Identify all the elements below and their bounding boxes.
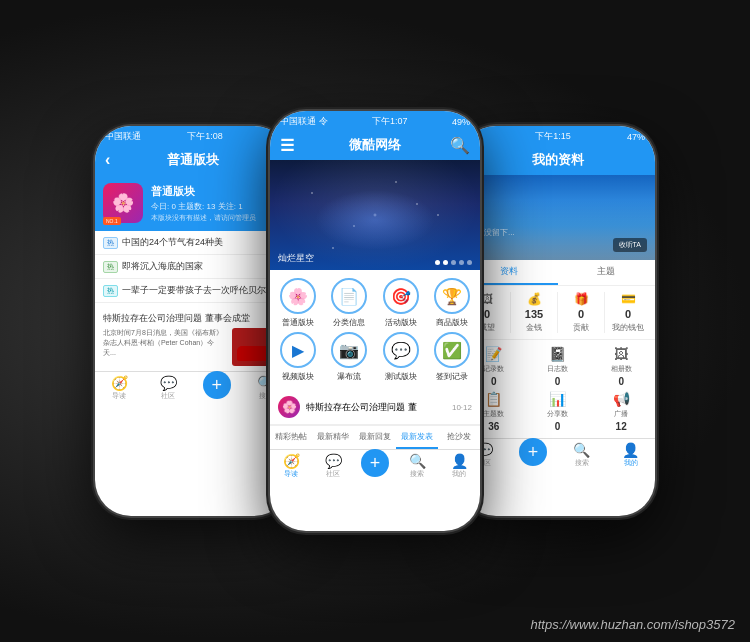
tab-recent-post[interactable]: 最新发表 — [396, 426, 438, 449]
tab-recent-reply[interactable]: 最新回复 — [354, 426, 396, 449]
mine-icon: 👤 — [451, 454, 468, 468]
nav-item-add-center[interactable]: + — [354, 454, 396, 479]
nav-item-add-right[interactable]: + — [509, 443, 558, 468]
test-icon: 💬 — [383, 332, 419, 368]
watermark: https://www.huzhan.com/ishop3572 — [530, 617, 735, 632]
profile-stats: 今日: 0 主题数: 13 关注: 1 — [151, 201, 256, 212]
mine-icon: 👤 — [622, 443, 639, 457]
grid-item-waterfall[interactable]: 📷 瀑布流 — [326, 332, 374, 382]
guide-icon: 🧭 — [283, 454, 300, 468]
news-item-center[interactable]: 🌸 特斯拉存在公司治理问题 董 10·12 — [270, 390, 480, 425]
stat-broadcast[interactable]: 📢 广播 12 — [591, 391, 651, 432]
profile-name: 普通版块 — [151, 184, 256, 199]
search-icon: 🔍 — [573, 443, 590, 457]
add-button[interactable]: + — [203, 371, 231, 399]
nav-label: 搜索 — [410, 469, 424, 479]
nav-item-mine-right[interactable]: 👤 我的 — [606, 443, 655, 468]
hero-dots — [435, 260, 472, 265]
hero-caption: 灿烂星空 — [278, 252, 314, 265]
nav-item-search-center[interactable]: 🔍 搜索 — [396, 454, 438, 479]
nav-item-guide[interactable]: 🧭 导读 — [95, 376, 144, 401]
icon-label: 瀑布流 — [337, 371, 361, 382]
stat-wallet[interactable]: 💳 0 我的钱包 — [605, 292, 651, 333]
menu-icon[interactable]: ☰ — [280, 136, 294, 155]
tabs-row: 精彩热帖 最新精华 最新回复 最新发表 抢沙发 — [270, 425, 480, 449]
grid-stats: 📝 记录数 0 📓 日志数 0 🖼 相册数 0 📋 主题数 36 — [460, 340, 655, 438]
phone-left-screen: 中国联通 下午1:08 🔋 ‹ 普通版块 🌸 NO.1 普通版块 今日: 0 主… — [95, 126, 290, 516]
phone-center: 中国联通 令 下午1:07 49% ☰ 微酷网络 🔍 灿烂星空 — [270, 111, 480, 531]
topics-num: 36 — [488, 421, 499, 432]
hero-banner: 灿烂星空 — [270, 160, 480, 270]
nav-item-guide-center[interactable]: 🧭 导读 — [270, 454, 312, 479]
tab-best[interactable]: 最新精华 — [312, 426, 354, 449]
community-icon: 💬 — [160, 376, 177, 390]
topics-label: 主题数 — [483, 409, 504, 419]
grid-item-test[interactable]: 💬 测试版块 — [377, 332, 425, 382]
add-button[interactable]: + — [361, 449, 389, 477]
big-news-title: 特斯拉存在公司治理问题 董事会成堂 — [103, 312, 282, 325]
news-item[interactable]: 热 中国的24个节气有24种美 — [95, 231, 290, 255]
money-num: 135 — [525, 308, 543, 320]
profile-desc: 本版块没有有描述，请访问管理员 — [151, 213, 256, 223]
stats-row: 🖼 0 威望 💰 135 金钱 🎁 0 贡献 💳 0 我的钱包 — [460, 286, 655, 340]
news-tag: 热 — [103, 261, 118, 273]
tab-hot[interactable]: 精彩热帖 — [270, 426, 312, 449]
big-news[interactable]: 特斯拉存在公司治理问题 董事会成堂 北京时间7月8日消息，美国《福布斯》杂志人科… — [95, 307, 290, 371]
phone-left: 中国联通 下午1:08 🔋 ‹ 普通版块 🌸 NO.1 普通版块 今日: 0 主… — [95, 126, 290, 516]
nav-item-community-center[interactable]: 💬 社区 — [312, 454, 354, 479]
back-icon[interactable]: ‹ — [105, 151, 110, 169]
grid-item-category[interactable]: 📄 分类信息 — [326, 278, 374, 328]
diary-label: 日志数 — [547, 364, 568, 374]
bottom-nav-right: 💬 社区 + 🔍 搜索 👤 我的 — [460, 438, 655, 471]
grid-item-product[interactable]: 🏆 商品版块 — [429, 278, 477, 328]
nav-label: 我的 — [624, 458, 638, 468]
grid-item-video[interactable]: ▶ 视频版块 — [274, 332, 322, 382]
profile-info: 普通版块 今日: 0 主题数: 13 关注: 1 本版块没有有描述，请访问管理员 — [151, 184, 256, 223]
follow-button[interactable]: 收听TA — [613, 238, 647, 252]
grid-item-normal[interactable]: 🌸 普通版块 — [274, 278, 322, 328]
news-item[interactable]: 热 一辈子一定要带孩子去一次呼伦贝尔 — [95, 279, 290, 303]
records-icon: 📝 — [485, 346, 502, 362]
diary-num: 0 — [555, 376, 561, 387]
tab-topic[interactable]: 主题 — [558, 260, 656, 285]
news-item[interactable]: 热 即将沉入海底的国家 — [95, 255, 290, 279]
nav-item-add[interactable]: + — [193, 376, 242, 401]
time-right: 下午1:15 — [535, 130, 571, 143]
news-list-left: 热 中国的24个节气有24种美 热 即将沉入海底的国家 热 一辈子一定要带孩子去… — [95, 231, 290, 303]
profile-banner: 🌸 NO.1 普通版块 今日: 0 主题数: 13 关注: 1 本版块没有有描述… — [95, 175, 290, 231]
broadcast-label: 广播 — [614, 409, 628, 419]
prestige-label: 威望 — [479, 322, 495, 333]
add-button[interactable]: + — [519, 438, 547, 466]
stat-diary[interactable]: 📓 日志数 0 — [528, 346, 588, 387]
wallet-num: 0 — [625, 308, 631, 320]
battery-right: 47% — [627, 132, 645, 142]
icon-label: 测试版块 — [385, 371, 417, 382]
grid-item-checkin[interactable]: ✅ 签到记录 — [429, 332, 477, 382]
stat-shares[interactable]: 📊 分享数 0 — [528, 391, 588, 432]
news-text: 一辈子一定要带孩子去一次呼伦贝尔 — [122, 284, 266, 297]
tab-grab[interactable]: 抢沙发 — [438, 426, 480, 449]
prestige-icon: 🖼 — [481, 292, 493, 306]
icon-label: 普通版块 — [282, 317, 314, 328]
profile-tabs: 资料 主题 — [460, 260, 655, 286]
category-icon: 📄 — [331, 278, 367, 314]
shares-num: 0 — [555, 421, 561, 432]
news-date: 10·12 — [452, 403, 472, 412]
nav-label: 社区 — [326, 469, 340, 479]
big-news-text: 北京时间7月8日消息，美国《福布斯》杂志人科恩·柯柏（Peter Cohan）今… — [103, 328, 227, 366]
icon-label: 活动版块 — [385, 317, 417, 328]
time-left: 下午1:08 — [187, 130, 223, 143]
nav-item-mine-center[interactable]: 👤 我的 — [438, 454, 480, 479]
phone-center-screen: 中国联通 令 下午1:07 49% ☰ 微酷网络 🔍 灿烂星空 — [270, 111, 480, 531]
nav-item-search-right[interactable]: 🔍 搜索 — [558, 443, 607, 468]
battery-center: 49% — [452, 117, 470, 127]
grid-item-activity[interactable]: 🎯 活动版块 — [377, 278, 425, 328]
contribute-label: 贡献 — [573, 322, 589, 333]
search-icon-center[interactable]: 🔍 — [450, 136, 470, 155]
nav-item-community[interactable]: 💬 社区 — [144, 376, 193, 401]
album-num: 0 — [618, 376, 624, 387]
stat-album[interactable]: 🖼 相册数 0 — [591, 346, 651, 387]
news-text: 即将沉入海底的国家 — [122, 260, 203, 273]
wallet-icon: 💳 — [621, 292, 636, 306]
wallet-label: 我的钱包 — [612, 322, 644, 333]
